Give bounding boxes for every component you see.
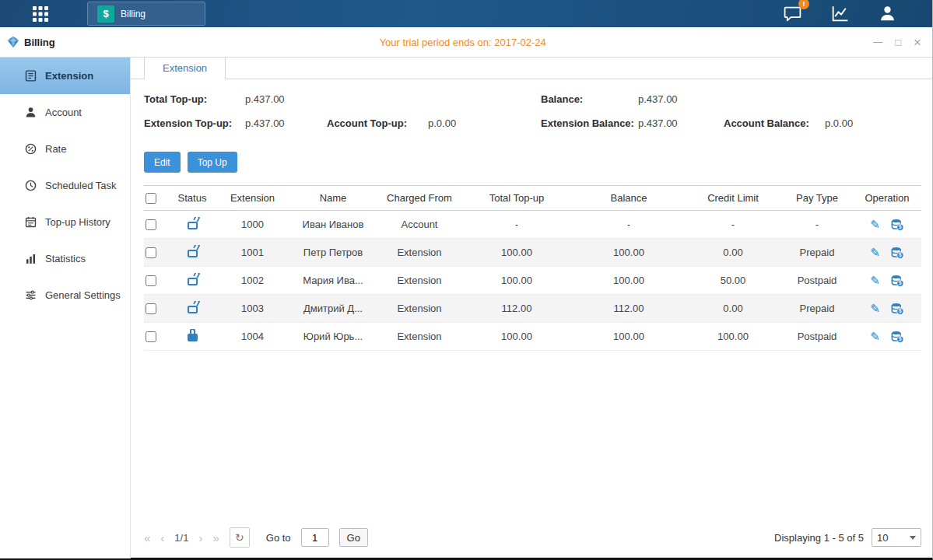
top-up-icon[interactable] xyxy=(890,330,904,344)
cell-total-topup: 100.00 xyxy=(462,247,571,258)
apps-grid-icon[interactable] xyxy=(30,3,51,25)
col-total-topup: Total Top-up xyxy=(462,192,571,204)
cell-name: Петр Петров xyxy=(289,247,377,258)
summary-section: Total Top-up: p.437.00 Balance: p.437.00… xyxy=(144,92,919,140)
top-up-icon[interactable] xyxy=(890,218,904,232)
sidebar-item-extension[interactable]: Extension xyxy=(0,58,130,94)
displaying-text: Displaying 1 - 5 of 5 xyxy=(774,532,864,544)
sidebar-item-scheduled-task[interactable]: Scheduled Task xyxy=(0,167,130,204)
notification-badge: ! xyxy=(798,0,809,9)
extension-topup-value: p.437.00 xyxy=(245,117,285,129)
trial-notice: Your trial period ends on: 2017-02-24 xyxy=(380,37,546,48)
edit-icon[interactable]: ✎ xyxy=(870,247,880,258)
sidebar-item-account[interactable]: Account xyxy=(0,94,130,131)
maximize-button[interactable]: □ xyxy=(895,37,901,47)
cell-balance: 100.00 xyxy=(571,275,686,286)
minimize-button[interactable]: — xyxy=(873,37,882,47)
row-checkbox[interactable] xyxy=(146,219,156,230)
edit-icon[interactable]: ✎ xyxy=(870,219,880,230)
locked-icon xyxy=(188,334,198,341)
go-button[interactable]: Go xyxy=(339,528,368,547)
cell-charged-from: Extension xyxy=(377,331,462,342)
row-checkbox[interactable] xyxy=(146,331,156,342)
close-button[interactable]: × xyxy=(914,36,921,49)
tab-extension[interactable]: Extension xyxy=(144,57,226,79)
sidebar-item-label: Extension xyxy=(45,70,93,82)
chevron-down-icon xyxy=(910,536,916,540)
table-header: Status Extension Name Charged From Total… xyxy=(144,185,921,211)
pagination-controls: « ‹ 1/1 › » ↻ Go to Go xyxy=(144,527,368,548)
sidebar-item-label: Rate xyxy=(45,143,66,155)
table-row: 1001 Петр Петров Extension 100.00 100.00… xyxy=(144,239,921,267)
sidebar-item-general-settings[interactable]: General Settings xyxy=(0,277,130,313)
action-buttons: Edit Top Up xyxy=(144,152,919,173)
cell-name: Дмитрий Д... xyxy=(289,303,377,314)
sidebar: Extension Account Rate Scheduled Task To… xyxy=(0,58,131,558)
table-row: 1003 Дмитрий Д... Extension 112.00 112.0… xyxy=(144,295,921,323)
extensions-table: Status Extension Name Charged From Total… xyxy=(144,185,921,351)
cell-total-topup: - xyxy=(462,219,571,230)
cell-name: Мария Ива... xyxy=(289,275,377,286)
cell-balance: 112.00 xyxy=(571,303,686,314)
table-row: 1004 Юрий Юрь... Extension 100.00 100.00… xyxy=(144,323,921,351)
edit-icon[interactable]: ✎ xyxy=(870,331,880,342)
user-menu-icon[interactable] xyxy=(877,3,898,24)
next-page-icon[interactable]: › xyxy=(198,532,202,544)
first-page-icon[interactable]: « xyxy=(144,532,150,544)
topbar: $ Billing ! xyxy=(0,0,932,27)
cell-extension: 1001 xyxy=(216,247,289,258)
bar-chart-icon xyxy=(24,252,37,265)
sidebar-item-label: Account xyxy=(45,107,82,118)
sidebar-item-label: General Settings xyxy=(45,289,121,301)
row-checkbox[interactable] xyxy=(146,303,156,314)
account-topup-label: Account Top-up: xyxy=(327,117,407,129)
topbar-right: ! xyxy=(782,3,898,24)
last-page-icon[interactable]: » xyxy=(212,532,219,544)
sidebar-item-topup-history[interactable]: Top-up History xyxy=(0,204,130,240)
extension-icon xyxy=(24,69,37,82)
select-all-checkbox[interactable] xyxy=(146,193,156,204)
cell-extension: 1000 xyxy=(216,219,289,230)
balance-label: Balance: xyxy=(541,93,583,105)
cell-extension: 1002 xyxy=(216,275,289,286)
billing-logo-icon xyxy=(7,36,19,48)
sidebar-item-rate[interactable]: Rate xyxy=(0,131,130,167)
tabs-row: Extension xyxy=(131,58,932,79)
top-up-icon[interactable] xyxy=(890,302,904,316)
edit-icon[interactable]: ✎ xyxy=(870,303,880,314)
refresh-icon: ↻ xyxy=(235,531,244,544)
col-operation: Operation xyxy=(854,192,920,204)
refresh-button[interactable]: ↻ xyxy=(230,527,250,548)
cell-extension: 1003 xyxy=(216,303,289,314)
col-charged-from: Charged From xyxy=(377,192,462,204)
cell-total-topup: 100.00 xyxy=(462,331,571,342)
goto-page-input[interactable] xyxy=(301,528,329,547)
cell-pay-type: Prepaid xyxy=(780,247,854,258)
cell-credit-limit: 50.00 xyxy=(686,275,780,286)
page-indicator: 1/1 xyxy=(174,532,188,544)
row-checkbox[interactable] xyxy=(146,275,156,286)
balance-value: p.437.00 xyxy=(638,93,678,105)
reports-chart-icon[interactable] xyxy=(830,3,851,24)
sidebar-item-statistics[interactable]: Statistics xyxy=(0,240,130,277)
cell-pay-type: Postpaid xyxy=(780,331,854,342)
prev-page-icon[interactable]: ‹ xyxy=(160,532,164,544)
edit-icon[interactable]: ✎ xyxy=(870,275,880,286)
row-checkbox[interactable] xyxy=(146,247,156,258)
sliders-icon xyxy=(24,289,37,302)
account-balance-label: Account Balance: xyxy=(724,117,809,129)
rate-icon xyxy=(24,142,37,156)
col-credit-limit: Credit Limit xyxy=(686,192,780,204)
col-status: Status xyxy=(169,192,216,204)
total-topup-value: p.437.00 xyxy=(245,93,285,105)
cell-credit-limit: 0.00 xyxy=(686,247,780,258)
edit-button[interactable]: Edit xyxy=(144,152,181,173)
cell-pay-type: Postpaid xyxy=(780,275,854,286)
clock-icon xyxy=(24,179,37,192)
page-size-select[interactable]: 10 xyxy=(872,528,921,547)
top-up-icon[interactable] xyxy=(890,274,904,288)
top-up-icon[interactable] xyxy=(890,246,904,260)
notifications-icon[interactable]: ! xyxy=(782,3,803,24)
top-up-button[interactable]: Top Up xyxy=(188,152,237,173)
topbar-tab-billing[interactable]: $ Billing xyxy=(87,2,205,26)
